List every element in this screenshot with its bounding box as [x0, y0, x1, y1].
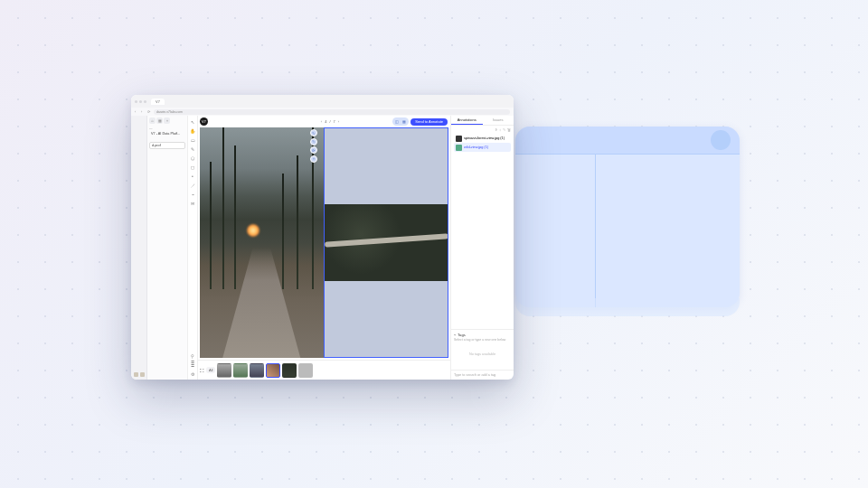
back-icon[interactable]: ‹: [135, 110, 138, 114]
select-icon[interactable]: ▭: [190, 136, 196, 143]
no-tags-message: No tags available: [454, 342, 511, 367]
bg-layout-card-shadow: [515, 298, 740, 316]
pager-sep: /: [329, 119, 330, 124]
browser-sidebar: [131, 116, 147, 380]
tag-icon[interactable]: ⌁: [190, 191, 196, 197]
filmstrip: ⛶ All: [198, 360, 450, 380]
tags-label: Tags: [458, 333, 466, 337]
browser-tab-bar: V7: [131, 95, 514, 108]
file-name: spinozzi-forest-view.jpg (1): [464, 136, 509, 140]
grid-view-icon[interactable]: ▦: [401, 118, 408, 125]
trash-icon[interactable]: 🗑: [507, 127, 511, 132]
bg-layout-card: [515, 127, 740, 307]
tags-hint: Select a tag or type a new one below: [454, 338, 511, 342]
avatar[interactable]: V7: [200, 117, 208, 126]
app-window: V7 ‹ › ⟳ darwin.v7labs.com ⌂ ▦ ＋ — V7 - …: [131, 95, 514, 380]
box-icon[interactable]: ◻: [190, 164, 196, 170]
left-sidebar: ⌂ ▦ ＋ — V7 - AI Data Platf... d.prof: [147, 116, 188, 380]
annotation-file-item[interactable]: spinozzi-forest-view.jpg (1): [454, 134, 511, 143]
file-thumb-icon: [456, 145, 462, 151]
tags-section: ⌁ Tags Select a tag or type a new one be…: [451, 329, 514, 370]
annotation-file-list: spinozzi-forest-view.jpg (1) wild-view.j…: [451, 134, 514, 152]
sidebar-edit-item[interactable]: d.prof: [149, 142, 185, 149]
tab-issues[interactable]: Issues: [483, 116, 514, 125]
point-icon[interactable]: •: [190, 173, 196, 179]
single-view-icon[interactable]: ◫: [393, 118, 401, 125]
home-icon[interactable]: ⌂: [149, 117, 156, 124]
thumbnail[interactable]: [298, 363, 313, 378]
annotation-bubble[interactable]: ＋: [310, 155, 317, 163]
right-panel: Annotations Issues ⚱ ↕ ✎ 🗑 spinozzi-fore…: [450, 116, 514, 380]
thumbnail-selected[interactable]: [266, 363, 280, 378]
image-forest-road[interactable]: [200, 127, 324, 358]
line-icon[interactable]: ／: [190, 182, 196, 188]
window-controls[interactable]: [135, 100, 146, 103]
hand-icon[interactable]: ✋: [190, 127, 196, 134]
view-toggle: ◫ ▦: [392, 117, 409, 126]
tab-annotations[interactable]: Annotations: [451, 116, 483, 125]
plus-icon[interactable]: ＋: [164, 117, 170, 124]
filmstrip-all-button[interactable]: All: [206, 367, 215, 373]
comment-icon[interactable]: ✉: [190, 200, 196, 206]
reload-icon[interactable]: ⟳: [147, 110, 151, 114]
image-selected-frame[interactable]: ✎ ✎ ⟳ ＋: [324, 127, 449, 358]
filmstrip-expand-icon[interactable]: ⛶: [200, 368, 204, 373]
pager-total: 7: [334, 119, 335, 124]
thumbnail[interactable]: [233, 363, 248, 378]
url-field[interactable]: darwin.v7labs.com: [154, 109, 510, 115]
thumbnail[interactable]: [250, 363, 264, 378]
annotation-bubble[interactable]: ✎: [310, 138, 317, 145]
pager-pos: 4: [325, 119, 326, 124]
file-name: wild-view.jpg (1): [464, 145, 509, 149]
sort-icon[interactable]: ↕: [499, 127, 501, 132]
main-area: V7 ‹ 4 / 7 › ◫ ▦ Send to Annotate: [198, 116, 450, 380]
annotation-file-item-selected[interactable]: wild-view.jpg (1): [454, 143, 511, 152]
sidebar-section-label: —: [149, 127, 185, 130]
tag-icon: ⌁: [454, 333, 456, 337]
projects-icon[interactable]: ▦: [156, 117, 163, 124]
thumbnail[interactable]: [282, 363, 297, 378]
tag-search-input[interactable]: Type to search or add a tag: [451, 370, 514, 380]
forward-icon[interactable]: ›: [141, 110, 145, 114]
cursor-icon[interactable]: ↖: [190, 118, 196, 125]
settings-icon[interactable]: ⚙: [190, 371, 196, 377]
annotation-bubbles: ✎ ✎ ⟳ ＋: [310, 129, 317, 163]
browser-tab[interactable]: V7: [151, 99, 165, 105]
browser-address-bar: ‹ › ⟳ darwin.v7labs.com: [131, 108, 514, 116]
filter-icon[interactable]: ⚱: [495, 127, 497, 132]
file-thumb-icon: [456, 136, 462, 142]
zoom-icon[interactable]: ⚲: [190, 352, 196, 359]
polygon-icon[interactable]: ⬠: [190, 155, 196, 161]
send-to-annotate-button[interactable]: Send to Annotate: [410, 118, 448, 126]
top-controls: ‹ 4 / 7 › ◫ ▦ Send to Annotate: [210, 117, 450, 127]
browser-extensions: [134, 372, 145, 377]
pager-prev[interactable]: ‹: [321, 119, 322, 124]
brush-icon[interactable]: ✎: [190, 145, 196, 152]
canvas: ✎ ✎ ⟳ ＋: [198, 127, 450, 360]
layers-icon[interactable]: ≣: [190, 361, 196, 368]
annotation-bubble[interactable]: ⟳: [310, 146, 317, 154]
tool-rail: ↖ ✋ ▭ ✎ ⬠ ◻ • ／ ⌁ ✉ ⚲ ≣ ⚙: [188, 116, 198, 380]
edit-icon[interactable]: ✎: [503, 127, 505, 132]
annotation-bubble[interactable]: ✎: [310, 129, 317, 136]
right-panel-tools: ⚱ ↕ ✎ 🗑: [451, 126, 514, 134]
image-aerial-forest[interactable]: [325, 204, 448, 280]
thumbnail[interactable]: [217, 363, 231, 378]
right-panel-tabs: Annotations Issues: [451, 116, 514, 126]
pager-next[interactable]: ›: [338, 119, 339, 124]
